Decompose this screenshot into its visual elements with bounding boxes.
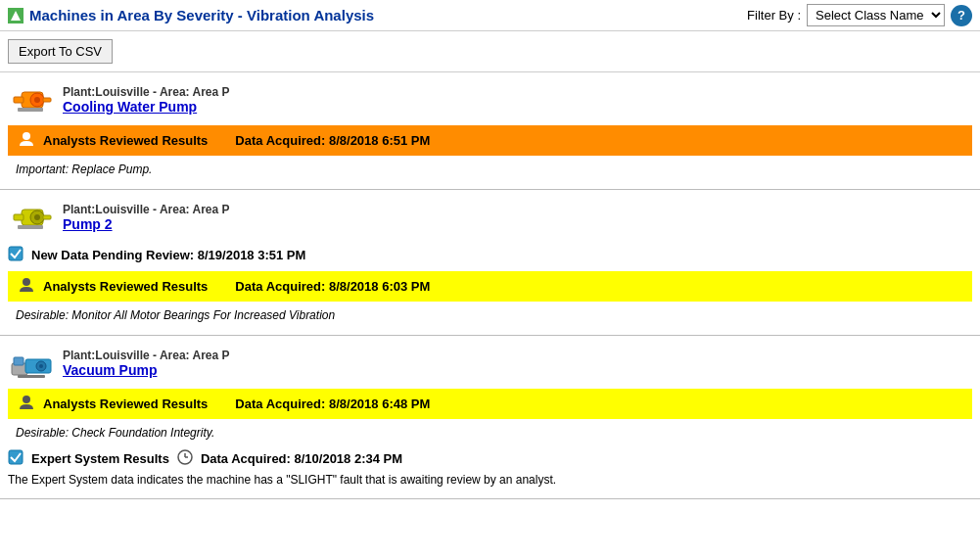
alert-label: Analysts Reviewed Results: [43, 397, 208, 411]
blue-pump-icon: [8, 344, 55, 383]
alert-data-acquired: Data Acquired: 8/8/2018 6:51 PM: [235, 133, 430, 148]
page-title: Machines in Area By Severity - Vibration…: [29, 7, 374, 23]
note-text: Desirable: Check Foundation Integrity.: [8, 423, 972, 443]
checkbox-icon-expert: [8, 449, 23, 468]
note-text: Important: Replace Pump.: [8, 160, 972, 179]
help-button[interactable]: ?: [951, 5, 972, 26]
machine-info: Plant:Louisville - Area: Area P Vacuum P…: [63, 349, 230, 378]
svg-point-21: [39, 364, 43, 368]
alert-label: Analysts Reviewed Results: [43, 133, 208, 148]
machine-location: Plant:Louisville - Area: Area P: [63, 85, 230, 99]
machine-info: Plant:Louisville - Area: Area P Cooling …: [63, 85, 230, 115]
analyst-icon: [18, 394, 35, 414]
class-name-select[interactable]: Select Class Name: [807, 4, 945, 26]
header-right: Filter By : Select Class Name ?: [747, 4, 972, 26]
machine-name-link[interactable]: Pump 2: [63, 216, 230, 232]
clock-icon: [177, 449, 193, 468]
alert-data-acquired: Data Acquired: 8/8/2018 6:48 PM: [235, 397, 430, 411]
machine-header: Plant:Louisville - Area: Area P Pump 2: [8, 198, 972, 237]
toolbar: Export To CSV: [0, 31, 980, 72]
svg-point-12: [34, 214, 40, 220]
alert-data-acquired: Data Acquired: 8/8/2018 6:03 PM: [235, 279, 430, 294]
svg-point-5: [34, 97, 40, 103]
svg-point-23: [23, 396, 30, 403]
machine-list: Plant:Louisville - Area: Area P Cooling …: [0, 72, 980, 499]
pending-label: New Data Pending Review: 8/19/2018 3:51 …: [31, 248, 305, 262]
filter-label: Filter By :: [747, 8, 801, 23]
pending-review-bar: New Data Pending Review: 8/19/2018 3:51 …: [8, 243, 972, 267]
machine-item: Plant:Louisville - Area: Area P Vacuum P…: [0, 336, 980, 499]
machine-name-link[interactable]: Vacuum Pump: [63, 362, 230, 378]
machine-name-link[interactable]: Cooling Water Pump: [63, 99, 230, 115]
expert-data-acquired: Data Acquired: 8/10/2018 2:34 PM: [201, 451, 402, 466]
yellow-pump-icon: [8, 198, 55, 237]
checkbox-icon: [8, 246, 23, 264]
svg-rect-10: [14, 214, 23, 220]
expert-body-text: The Expert System data indicates the mac…: [8, 471, 972, 489]
note-text: Desirable: Monitor All Motor Bearings Fo…: [8, 305, 972, 325]
header-left: Machines in Area By Severity - Vibration…: [8, 7, 374, 23]
svg-rect-19: [14, 357, 23, 365]
machine-item: Plant:Louisville - Area: Area P Pump 2 N…: [0, 190, 980, 336]
svg-rect-3: [14, 97, 23, 103]
analyst-reviewed-bar: Analysts Reviewed Results Data Acquired:…: [8, 271, 972, 302]
machine-info: Plant:Louisville - Area: Area P Pump 2: [63, 203, 230, 232]
page-header: Machines in Area By Severity - Vibration…: [0, 0, 980, 31]
analyst-icon: [18, 276, 35, 297]
svg-rect-13: [43, 215, 51, 219]
expert-label: Expert System Results: [31, 451, 169, 466]
machine-location: Plant:Louisville - Area: Area P: [63, 203, 230, 216]
svg-point-16: [23, 278, 30, 286]
orange-pump-icon: [8, 80, 55, 119]
svg-rect-22: [18, 375, 45, 378]
svg-rect-14: [18, 225, 43, 229]
machine-location: Plant:Louisville - Area: Area P: [63, 349, 230, 362]
analyst-reviewed-bar: Analysts Reviewed Results Data Acquired:…: [8, 125, 972, 156]
alert-label: Analysts Reviewed Results: [43, 279, 208, 294]
analyst-icon: [18, 130, 35, 151]
svg-point-8: [23, 132, 30, 140]
machine-header: Plant:Louisville - Area: Area P Vacuum P…: [8, 344, 972, 383]
expert-system-bar: Expert System Results Data Acquired: 8/1…: [8, 446, 972, 471]
export-csv-button[interactable]: Export To CSV: [8, 39, 113, 64]
svg-rect-7: [18, 108, 43, 112]
page-icon: [8, 8, 23, 23]
analyst-reviewed-bar: Analysts Reviewed Results Data Acquired:…: [8, 389, 972, 419]
svg-rect-6: [43, 98, 51, 102]
machine-item: Plant:Louisville - Area: Area P Cooling …: [0, 72, 980, 190]
machine-header: Plant:Louisville - Area: Area P Cooling …: [8, 80, 972, 119]
